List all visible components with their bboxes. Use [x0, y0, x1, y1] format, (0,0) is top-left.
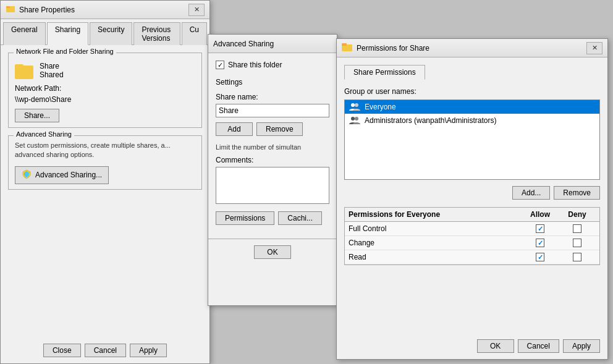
advanced-sharing-titlebar: Advanced Sharing [208, 35, 337, 53]
permissions-window: Permissions for Share ✕ Share Permission… [336, 38, 608, 360]
change-allow[interactable] [522, 239, 559, 247]
remove-user-btn[interactable]: Remove [554, 186, 600, 200]
share-button[interactable]: Share... [15, 109, 59, 122]
advanced-sharing-btn-label: Advanced Sharing... [35, 171, 102, 179]
tab-bar: General Sharing Security Previous Versio… [1, 19, 209, 45]
shield-icon [22, 169, 32, 181]
share-name-label: Share name: [216, 93, 329, 101]
perm-ok-btn[interactable]: OK [477, 339, 514, 353]
adv-ok-cancel: OK [208, 239, 337, 265]
perm-apply-btn[interactable]: Apply [563, 339, 600, 353]
administrators-label: Administrators (wanpath\Administrators) [365, 116, 496, 125]
full-control-deny[interactable] [559, 224, 596, 233]
network-sharing-title: Network File and Folder Sharing [14, 48, 116, 55]
change-deny-checkbox[interactable] [573, 239, 581, 247]
share-properties-title: Share Properties [19, 6, 75, 14]
remove-share-btn[interactable]: Remove [256, 122, 303, 136]
network-sharing-group: Network File and Folder Sharing Share Sh… [8, 53, 202, 128]
comments-label: Comments: [216, 156, 329, 164]
close-button[interactable]: ✕ [188, 4, 205, 16]
perm-row-change: Change [345, 236, 599, 250]
apply-btn[interactable]: Apply [130, 344, 167, 357]
change-label: Change [349, 239, 522, 247]
change-allow-checkbox[interactable] [536, 239, 544, 247]
read-allow[interactable] [522, 253, 559, 261]
perm-label-header: Permissions for Everyone [349, 210, 522, 219]
svg-point-7 [355, 117, 358, 121]
advanced-sharing-window: Advanced Sharing ✓ Share this folder Set… [208, 34, 337, 306]
share-name-input[interactable] [216, 104, 329, 117]
svg-rect-3 [342, 43, 347, 46]
share-properties-window: Share Properties ✕ General Sharing Secur… [0, 0, 210, 364]
tab-security[interactable]: Security [90, 22, 132, 45]
permissions-table: Permissions for Everyone Allow Deny Full… [344, 207, 600, 265]
perm-row-fullcontrol: Full Control [345, 222, 599, 236]
network-path-label: Network Path: [15, 84, 195, 93]
title-bar-text: Share Properties [6, 4, 75, 15]
permissions-title-text: Permissions for Share [342, 42, 429, 54]
sharing-tab-content: Network File and Folder Sharing Share Sh… [1, 45, 209, 205]
svg-point-6 [351, 117, 355, 121]
permissions-title-buttons: ✕ [586, 42, 602, 54]
perm-row-read: Read [345, 250, 599, 265]
advanced-sharing-title-label: Advanced Sharing [213, 40, 274, 48]
close-btn[interactable]: Close [43, 344, 81, 357]
permissions-title: Permissions for Share [357, 44, 429, 53]
read-label: Read [349, 253, 522, 261]
add-user-btn[interactable]: Add... [512, 186, 550, 200]
group-user-label: Group or user names: [344, 87, 600, 96]
read-deny-checkbox[interactable] [573, 253, 581, 261]
change-deny[interactable] [559, 239, 596, 247]
folder-icon [15, 62, 35, 79]
svg-point-4 [351, 103, 355, 107]
svg-point-5 [355, 103, 358, 107]
user-list: Everyone Administrators (wanpath\Adminis… [344, 99, 600, 180]
full-control-deny-checkbox[interactable] [573, 224, 581, 233]
full-control-allow[interactable] [522, 224, 559, 233]
svg-rect-1 [6, 6, 10, 8]
network-path-value: \\wp-demo\Share [15, 95, 195, 104]
permissions-btn[interactable]: Permissions [216, 211, 274, 225]
full-control-allow-checkbox[interactable] [536, 224, 544, 233]
advanced-sharing-button[interactable]: Advanced Sharing... [15, 166, 109, 184]
share-icon [6, 4, 15, 15]
permissions-content: Share Permissions Group or user names: E… [337, 57, 607, 273]
add-remove-buttons: Add... Remove [344, 186, 600, 200]
share-properties-titlebar: Share Properties ✕ [1, 1, 209, 19]
tab-previous-versions[interactable]: Previous Versions [133, 22, 180, 45]
deny-header: Deny [559, 210, 596, 219]
tab-general[interactable]: General [3, 22, 46, 45]
share-this-folder-label: Share this folder [228, 61, 282, 69]
tab-sharing[interactable]: Sharing [47, 22, 88, 45]
tab-cu[interactable]: Cu [182, 22, 207, 45]
comments-input[interactable] [216, 167, 329, 204]
share-permissions-tab[interactable]: Share Permissions [344, 65, 425, 80]
everyone-label: Everyone [365, 103, 396, 111]
share-checkbox-row: ✓ Share this folder [216, 61, 329, 69]
title-bar-buttons: ✕ [188, 4, 205, 16]
read-deny[interactable] [559, 253, 596, 261]
permissions-close-btn[interactable]: ✕ [586, 42, 602, 54]
caching-btn[interactable]: Cachi... [278, 211, 322, 225]
user-item-administrators[interactable]: Administrators (wanpath\Administrators) [345, 114, 599, 127]
read-allow-checkbox[interactable] [536, 253, 544, 261]
advanced-sharing-title-text: Advanced Sharing [213, 40, 274, 48]
cancel-btn[interactable]: Cancel [85, 344, 126, 357]
advanced-sharing-content: ✓ Share this folder Settings Share name:… [208, 53, 337, 232]
share-name-status: Share Shared [40, 62, 64, 79]
permissions-caching-row: Permissions Cachi... [216, 211, 329, 225]
advanced-sharing-desc: Set custom permissions, create multiple … [15, 141, 195, 160]
user-item-everyone[interactable]: Everyone [345, 100, 599, 114]
perm-cancel-btn[interactable]: Cancel [518, 339, 559, 353]
permissions-titlebar: Permissions for Share ✕ [337, 39, 607, 57]
share-permissions-tab-bar: Share Permissions [344, 65, 600, 80]
everyone-icon [349, 102, 361, 112]
perm-bottom-buttons: OK Cancel Apply [477, 339, 600, 353]
adv-ok-btn[interactable]: OK [254, 245, 291, 259]
folder-row: Share Shared [15, 62, 195, 79]
administrators-icon [349, 116, 361, 125]
advanced-sharing-title: Advanced Sharing [14, 130, 74, 138]
share-this-folder-checkbox[interactable]: ✓ [216, 61, 224, 69]
add-share-btn[interactable]: Add [216, 122, 253, 136]
bottom-buttons: Close Cancel Apply [1, 344, 209, 357]
